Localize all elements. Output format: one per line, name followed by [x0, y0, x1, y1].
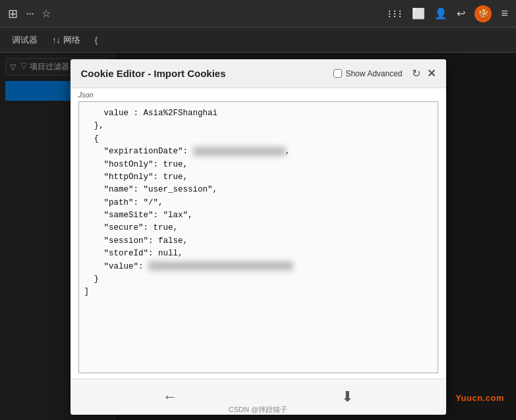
json-textarea[interactable]: value : Asia%2FShanghai }, { "expiration… — [78, 101, 438, 373]
bookmark-icon[interactable]: ☆ — [42, 7, 51, 20]
csdn-credit: CSDN @摔跤猫子 — [229, 405, 287, 415]
watermark: Yuucn.com — [455, 393, 504, 403]
back-button[interactable]: ← — [136, 386, 204, 408]
more-options-icon[interactable]: ··· — [26, 7, 34, 20]
json-area-wrapper: value : Asia%2FShanghai }, { "expiration… — [71, 99, 446, 379]
show-advanced-label: Show Advanced — [345, 69, 402, 78]
modal-title: Cookie Editor - Import Cookies — [81, 68, 226, 79]
json-label: Json — [71, 88, 446, 99]
browser-chrome: ⊞ ··· ☆ ⫶⫶⫶ ⬜ 👤 ↩ 🍪 ≡ — [0, 0, 516, 28]
back-icon[interactable]: ↩ — [457, 7, 465, 20]
tab-network[interactable]: ↑↓ 网络 — [47, 32, 86, 49]
close-button[interactable]: ✕ — [427, 68, 436, 79]
modal-overlay: Cookie Editor - Import Cookies Show Adva… — [0, 53, 516, 420]
show-advanced-input[interactable] — [333, 69, 342, 78]
grid-icon[interactable]: ⊞ — [8, 7, 18, 21]
refresh-button[interactable]: ↻ — [412, 67, 420, 80]
modal-header-right: Show Advanced ↻ ✕ — [333, 67, 435, 80]
devtools-toolbar: 调试器 ↑↓ 网络 { — [0, 28, 516, 53]
modal-header: Cookie Editor - Import Cookies Show Adva… — [71, 59, 446, 88]
tab-json[interactable]: { — [90, 32, 103, 47]
tabs-icon[interactable]: ⬜ — [412, 7, 425, 20]
devtools-main: ▽ ▽ 项目过滤器 Cookie Editor - Import Cookies… — [0, 53, 516, 420]
show-advanced-checkbox[interactable]: Show Advanced — [333, 69, 402, 78]
library-icon[interactable]: ⫶⫶⫶ — [387, 8, 403, 20]
import-button[interactable]: ⬇ — [315, 386, 380, 408]
tab-debugger[interactable]: 调试器 — [7, 32, 43, 49]
hamburger-menu-icon[interactable]: ≡ — [501, 7, 508, 20]
user-icon[interactable]: 👤 — [434, 7, 447, 20]
cookie-editor-modal: Cookie Editor - Import Cookies Show Adva… — [71, 59, 446, 415]
cookie-extension-icon[interactable]: 🍪 — [474, 5, 492, 22]
